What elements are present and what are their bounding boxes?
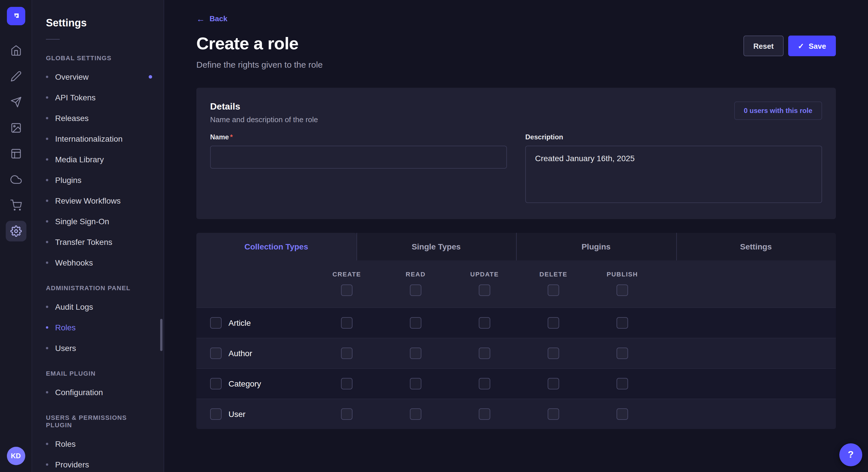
permission-checkbox-update[interactable] [479, 408, 490, 420]
sidebar-item-internationalization[interactable]: Internationalization [32, 129, 164, 149]
sidebar-item-overview[interactable]: Overview [32, 67, 164, 87]
tab-collection-types[interactable]: Collection Types [196, 233, 356, 260]
row-select-checkbox[interactable] [210, 408, 222, 420]
column-select-update-checkbox[interactable] [479, 284, 490, 296]
sidebar-item-single-sign-on[interactable]: Single Sign-On [32, 211, 164, 232]
column-label-publish: PUBLISH [607, 271, 638, 278]
sidebar-item-media-library[interactable]: Media Library [32, 149, 164, 170]
column-select-read-checkbox[interactable] [410, 284, 422, 296]
details-fields: Name* Description Created January 16th, … [210, 133, 822, 205]
permission-checkbox-create[interactable] [341, 317, 352, 329]
row-select-checkbox[interactable] [210, 378, 222, 390]
role-name-input[interactable] [210, 146, 507, 169]
rail-item-media-library[interactable] [5, 117, 26, 138]
home-icon [10, 45, 22, 56]
column-select-delete-checkbox[interactable] [548, 284, 559, 296]
cell-read [381, 408, 450, 420]
column-read: READ [381, 271, 450, 296]
permission-checkbox-read[interactable] [410, 378, 422, 390]
sidebar-item-up-roles[interactable]: Roles [32, 434, 164, 454]
column-select-publish-checkbox[interactable] [617, 284, 628, 296]
bullet-dot [46, 96, 48, 99]
reset-button[interactable]: Reset [744, 36, 784, 56]
back-label: Back [210, 14, 227, 24]
permission-checkbox-delete[interactable] [548, 317, 559, 329]
sidebar-item-configuration[interactable]: Configuration [32, 382, 164, 403]
page-title: Create a role [196, 33, 322, 54]
permission-checkbox-read[interactable] [410, 408, 422, 420]
save-label: Save [809, 42, 826, 50]
details-subtitle: Name and description of the role [210, 115, 318, 124]
rail-item-deploy[interactable] [5, 92, 26, 112]
rail-nav [5, 40, 26, 241]
sidebar-item-label: Overview [55, 72, 89, 81]
sidebar-item-label: Single Sign-On [55, 217, 109, 226]
permission-checkbox-create[interactable] [341, 408, 352, 420]
sidebar-item-webhooks[interactable]: Webhooks [32, 252, 164, 273]
permission-checkbox-delete[interactable] [548, 378, 559, 390]
rail-item-content-manager[interactable] [5, 143, 26, 164]
sidebar-item-label: Roles [55, 439, 76, 448]
sidebar-item-audit-logs[interactable]: Audit Logs [32, 297, 164, 317]
permission-checkbox-read[interactable] [410, 347, 422, 359]
tab-settings[interactable]: Settings [676, 233, 836, 260]
row-select-checkbox[interactable] [210, 317, 222, 329]
back-link[interactable]: ← Back [196, 14, 227, 24]
permission-checkbox-create[interactable] [341, 378, 352, 390]
rail-item-settings[interactable] [5, 221, 26, 241]
permission-checkbox-publish[interactable] [617, 378, 628, 390]
user-avatar[interactable]: KD [7, 447, 25, 465]
pen-icon [10, 71, 22, 82]
row-select-checkbox[interactable] [210, 347, 222, 359]
settings-sidebar: Settings GLOBAL SETTINGS Overview API To… [32, 0, 164, 472]
sidebar-item-label: Transfer Tokens [55, 237, 112, 247]
cell-delete [519, 408, 588, 420]
save-button[interactable]: ✓ Save [788, 36, 836, 56]
sidebar-item-releases[interactable]: Releases [32, 108, 164, 129]
users-with-role-button[interactable]: 0 users with this role [734, 102, 822, 120]
cell-update [450, 378, 519, 390]
sidebar-item-roles[interactable]: Roles [32, 317, 164, 338]
sidebar-item-providers[interactable]: Providers [32, 454, 164, 472]
gear-icon [10, 225, 22, 237]
rail-item-cloud[interactable] [5, 169, 26, 190]
permission-checkbox-delete[interactable] [548, 408, 559, 420]
permission-checkbox-publish[interactable] [617, 317, 628, 329]
permission-checkbox-update[interactable] [479, 317, 490, 329]
sidebar-item-review-workflows[interactable]: Review Workflows [32, 191, 164, 211]
name-field-group: Name* [210, 133, 507, 205]
permission-checkbox-read[interactable] [410, 317, 422, 329]
column-update: UPDATE [450, 271, 519, 296]
bullet-dot [46, 138, 48, 140]
permission-checkbox-update[interactable] [479, 378, 490, 390]
permission-checkbox-publish[interactable] [617, 408, 628, 420]
sidebar-scrollbar[interactable] [160, 319, 162, 351]
help-button[interactable]: ? [839, 443, 862, 466]
permission-checkbox-publish[interactable] [617, 347, 628, 359]
row-name-cell: Category [210, 378, 312, 390]
header-actions: Reset ✓ Save [744, 36, 836, 56]
permission-checkbox-create[interactable] [341, 347, 352, 359]
bullet-dot [46, 117, 48, 119]
bullet-dot [46, 200, 48, 202]
sidebar-item-users[interactable]: Users [32, 338, 164, 359]
role-description-textarea[interactable]: Created January 16th, 2025 [525, 146, 822, 203]
rail-item-home[interactable] [5, 40, 26, 61]
strapi-logo[interactable] [7, 7, 25, 25]
sidebar-item-plugins[interactable]: Plugins [32, 170, 164, 191]
cart-icon [10, 200, 22, 211]
rail-item-marketplace[interactable] [5, 195, 26, 216]
bullet-dot [46, 463, 48, 466]
bullet-dot [46, 391, 48, 394]
tab-single-types[interactable]: Single Types [356, 233, 516, 260]
app-window: KD Settings GLOBAL SETTINGS Overview API… [0, 0, 868, 472]
column-select-create-checkbox[interactable] [341, 284, 352, 296]
tab-plugins[interactable]: Plugins [516, 233, 676, 260]
sidebar-item-api-tokens[interactable]: API Tokens [32, 87, 164, 108]
sidebar-item-transfer-tokens[interactable]: Transfer Tokens [32, 232, 164, 252]
rail-item-content-builder[interactable] [5, 66, 26, 87]
cell-delete [519, 347, 588, 359]
main-content: ← Back Create a role Define the rights g… [164, 0, 868, 472]
permission-checkbox-update[interactable] [479, 347, 490, 359]
permission-checkbox-delete[interactable] [548, 347, 559, 359]
